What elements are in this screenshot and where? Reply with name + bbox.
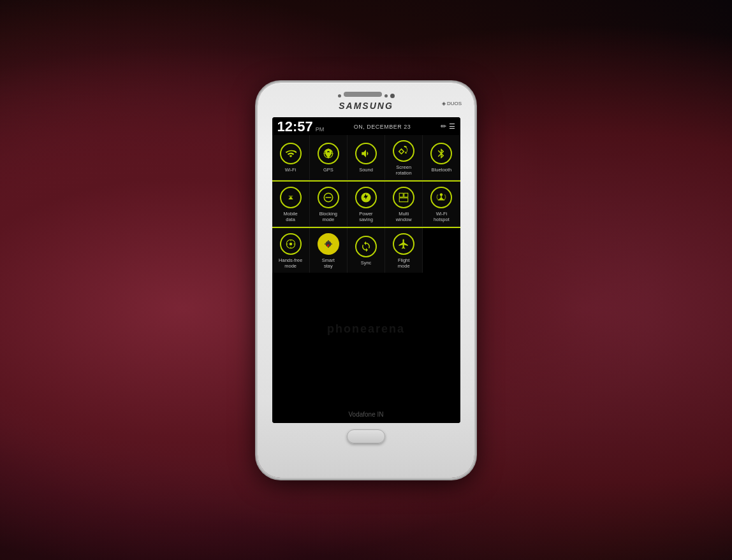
toggle-wifi[interactable]: Wi-Fi [272,135,310,180]
power-saving-icon [360,192,372,203]
power-saving-icon-circle [355,187,377,208]
samsung-logo: SAMSUNG [339,101,393,111]
sync-label: Sync [361,260,372,266]
phone-bottom [258,423,474,454]
flight-icon-circle [393,233,414,255]
gps-icon [323,148,334,159]
sensor-dot-2 [384,94,388,97]
brand-row: SAMSUNG ◈ DUOS [258,101,474,111]
toggle-blocking-mode[interactable]: Blockingmode [310,182,348,226]
lower-screen: Vodafone IN [272,273,460,423]
gps-icon-circle [318,143,339,164]
multi-window-label: Multiwindow [396,211,412,222]
toggle-bluetooth[interactable]: Bluetooth [423,135,460,180]
phone-body: SAMSUNG ◈ DUOS 12:57 PM ON, DECEMBER 23 [258,83,474,478]
toggle-sync[interactable]: Sync [348,228,385,273]
clock-time: 12:57 [277,120,313,134]
rotation-icon-circle [393,140,414,162]
handsfree-icon [285,238,296,250]
svg-rect-10 [399,197,408,201]
toggle-flight-mode[interactable]: Flightmode [385,228,423,273]
multi-window-icon-circle [393,187,414,208]
sound-icon [360,148,372,159]
ampm: PM [316,126,325,133]
screen-rotation-label: Screenrotation [396,164,412,176]
status-bar: 12:57 PM ON, DECEMBER 23 ✏ ☰ [272,117,460,135]
sensors-row [338,92,395,101]
sync-icon [360,241,372,252]
carrier-text: Vodafone IN [348,411,383,418]
multi-window-icon [398,192,409,203]
mobile-data-icon [285,192,296,203]
svg-point-12 [289,242,292,245]
wifi-hotspot-label: Wi-Fihotspot [434,211,450,222]
rotation-icon [398,145,409,157]
wifi-icon [285,148,296,159]
smart-stay-icon [323,238,334,250]
toggle-row-3: Hands-freemode Smar [272,228,460,273]
empty-slot [423,228,460,273]
flight-icon [398,238,409,250]
toggle-sound[interactable]: Sound [348,135,385,180]
toggle-handsfree[interactable]: Hands-freemode [272,228,310,273]
hotspot-icon-circle [430,187,452,208]
bluetooth-icon-circle [430,143,452,164]
duos-badge: ◈ DUOS [442,101,462,106]
bluetooth-label: Bluetooth [432,167,452,173]
blocking-mode-label: Blockingmode [319,211,337,222]
toggle-gps[interactable]: GPS [310,135,348,180]
pencil-icon: ✏ [441,122,446,131]
mobile-data-label: Mobiledata [284,211,298,222]
scene: SAMSUNG ◈ DUOS 12:57 PM ON, DECEMBER 23 [0,0,732,560]
sync-icon-circle [355,236,377,257]
toggle-row-1: Wi-Fi [272,135,460,180]
svg-rect-8 [399,193,403,197]
status-icons: ✏ ☰ [441,122,455,131]
flight-mode-label: Flightmode [398,257,410,269]
phone-top: SAMSUNG ◈ DUOS [258,83,474,115]
toggle-row-2: Mobiledata Blockingmode [272,182,460,227]
notification-panel: 12:57 PM ON, DECEMBER 23 ✏ ☰ [272,117,460,423]
blocking-icon [323,192,334,203]
date-area: ON, DECEMBER 23 [354,124,411,130]
blocking-icon-circle [318,187,339,208]
power-saving-label: Powersaving [359,211,373,222]
toggle-screen-rotation[interactable]: Screenrotation [385,135,423,180]
phone-wrapper: SAMSUNG ◈ DUOS 12:57 PM ON, DECEMBER 23 [258,83,474,478]
wifi-icon-circle [280,143,302,164]
wifi-label: Wi-Fi [285,167,296,173]
home-button[interactable] [347,429,385,443]
toggle-mobile-data[interactable]: Mobiledata [272,182,310,226]
sensor-dot-1 [338,94,341,97]
handsfree-icon-circle [280,233,302,255]
handsfree-label: Hands-freemode [279,257,302,269]
front-camera [390,94,395,98]
hotspot-icon [436,192,447,203]
sound-label: Sound [359,167,373,173]
toggle-multi-window[interactable]: Multiwindow [385,182,423,226]
toggle-power-saving[interactable]: Powersaving [348,182,385,226]
smart-stay-label: Smartstay [322,257,335,269]
mobile-data-icon-circle [280,187,302,208]
time-area: 12:57 PM [277,120,325,134]
smart-stay-icon-circle [318,233,339,255]
speaker-grille [344,92,382,97]
toggle-wifi-hotspot[interactable]: Wi-Fihotspot [423,182,460,226]
toggle-smart-stay[interactable]: Smartstay [310,228,348,273]
menu-icon: ☰ [449,122,455,131]
bluetooth-icon [436,148,447,159]
gps-label: GPS [323,167,333,173]
svg-rect-9 [404,193,408,197]
date-text: ON, DECEMBER 23 [354,124,411,130]
sound-icon-circle [355,143,377,164]
phone-screen[interactable]: 12:57 PM ON, DECEMBER 23 ✏ ☰ [272,117,460,423]
